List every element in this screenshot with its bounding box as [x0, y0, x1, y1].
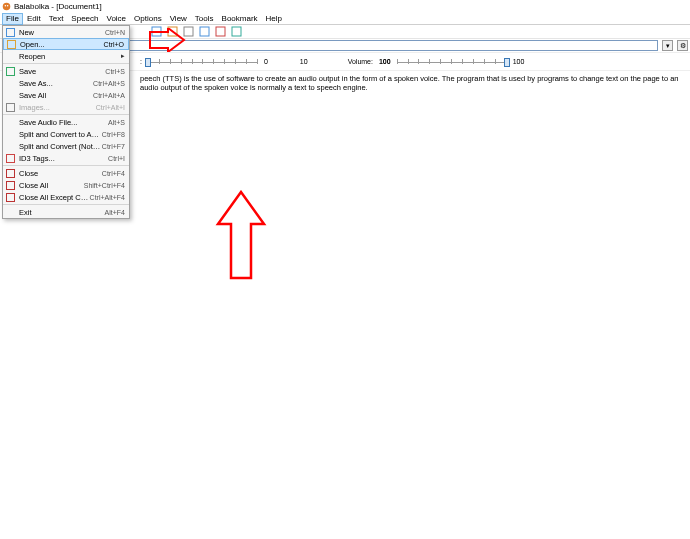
svg-rect-3: [152, 27, 161, 36]
svg-point-1: [5, 5, 7, 7]
file-menu-item-save-all[interactable]: Save AllCtrl+Alt+A: [3, 89, 129, 101]
close-all-icon: [3, 193, 17, 202]
menu-text[interactable]: Text: [45, 13, 68, 25]
annotation-arrow-up: [214, 190, 268, 282]
menu-options[interactable]: Options: [130, 13, 166, 25]
file-menu-item-split-and-convert-to-audio-files[interactable]: Split and Convert to Audio Files...Ctrl+…: [3, 128, 129, 140]
file-menu-item-close-all-except-current[interactable]: Close All Except CurrentCtrl+Alt+F4: [3, 191, 129, 203]
menu-item-shortcut: Alt+S: [108, 119, 129, 126]
menu-item-label: Save All: [17, 91, 93, 100]
close-icon: [3, 169, 17, 178]
slider2-label: Volume:: [348, 58, 373, 65]
voice-dropdown-arrow[interactable]: ▾: [662, 40, 673, 51]
tag-icon: [3, 154, 17, 163]
image-icon: [3, 103, 17, 112]
slider1-min: 0: [264, 58, 268, 65]
save-icon: [3, 67, 17, 76]
file-menu-item-close[interactable]: CloseCtrl+F4: [3, 167, 129, 179]
menu-item-shortcut: Ctrl+Alt+A: [93, 92, 129, 99]
file-menu-item-split-and-convert-not-show-window[interactable]: Split and Convert (Not Show Window)Ctrl+…: [3, 140, 129, 152]
slider2-value: 100: [379, 58, 391, 65]
svg-rect-4: [168, 27, 177, 36]
file-menu-item-id3-tags[interactable]: ID3 Tags...Ctrl+I: [3, 152, 129, 164]
menu-voice[interactable]: Voice: [103, 13, 131, 25]
close-all-icon: [3, 181, 17, 190]
new-icon: [3, 28, 17, 37]
menu-bookmark[interactable]: Bookmark: [218, 13, 262, 25]
file-menu-item-save-audio-file[interactable]: Save Audio File...Alt+S: [3, 116, 129, 128]
svg-rect-7: [216, 27, 225, 36]
file-menu-item-new[interactable]: NewCtrl+N: [3, 26, 129, 38]
menu-item-shortcut: Ctrl+F4: [102, 170, 129, 177]
doc-icon[interactable]: [150, 26, 162, 38]
svg-rect-14: [6, 169, 14, 177]
menu-separator: [3, 63, 129, 64]
menu-item-shortcut: Ctrl+Alt+F4: [90, 194, 129, 201]
file-menu-dropdown: NewCtrl+NOpen...Ctrl+OReopen▸SaveCtrl+SS…: [2, 25, 130, 219]
menu-speech[interactable]: Speech: [67, 13, 102, 25]
menu-item-label: Close All: [17, 181, 84, 190]
svg-rect-16: [6, 193, 14, 201]
svg-rect-5: [184, 27, 193, 36]
menu-item-label: Exit: [17, 208, 105, 217]
submenu-arrow-icon: ▸: [121, 52, 129, 60]
file-menu-item-exit[interactable]: ExitAlt+F4: [3, 206, 129, 218]
menu-item-shortcut: Shift+Ctrl+F4: [84, 182, 129, 189]
menu-item-label: Close: [17, 169, 102, 178]
svg-rect-9: [6, 28, 14, 36]
menu-item-label: Close All Except Current: [17, 193, 90, 202]
menu-item-shortcut: Ctrl+I: [108, 155, 129, 162]
menu-item-label: Save Audio File...: [17, 118, 108, 127]
svg-rect-6: [200, 27, 209, 36]
tag-icon[interactable]: [214, 26, 226, 38]
svg-rect-15: [6, 181, 14, 189]
svg-rect-13: [6, 154, 14, 162]
menu-view[interactable]: View: [166, 13, 191, 25]
file-menu-item-reopen[interactable]: Reopen▸: [3, 50, 129, 62]
menu-item-label: ID3 Tags...: [17, 154, 108, 163]
menu-item-label: Save: [17, 67, 105, 76]
menu-help[interactable]: Help: [262, 13, 286, 25]
menu-file[interactable]: File: [2, 13, 23, 25]
slider1[interactable]: [148, 56, 258, 68]
menu-item-shortcut: Ctrl+F8: [102, 131, 129, 138]
menu-item-label: Save As...: [17, 79, 93, 88]
question-icon[interactable]: [230, 26, 242, 38]
svg-rect-10: [7, 40, 15, 48]
menu-item-label: Reopen: [17, 52, 121, 61]
file-menu-item-save[interactable]: SaveCtrl+S: [3, 65, 129, 77]
window-title: Balabolka - [Document1]: [14, 2, 102, 11]
svg-point-0: [3, 3, 11, 11]
file-menu-item-close-all[interactable]: Close AllShift+Ctrl+F4: [3, 179, 129, 191]
menu-item-label: Images...: [17, 103, 96, 112]
menu-item-shortcut: Ctrl+S: [105, 68, 129, 75]
book-icon[interactable]: [166, 26, 178, 38]
app-icon: [2, 2, 11, 11]
slider2-max: 100: [513, 58, 525, 65]
svg-rect-12: [6, 103, 14, 111]
svg-rect-8: [232, 27, 241, 36]
menu-item-label: Split and Convert to Audio Files...: [17, 130, 102, 139]
menu-edit[interactable]: Edit: [23, 13, 45, 25]
menu-item-shortcut: Ctrl+F7: [102, 143, 129, 150]
svg-rect-11: [6, 67, 14, 75]
menu-separator: [3, 204, 129, 205]
menu-item-label: Open...: [18, 40, 104, 49]
split-icon[interactable]: [182, 26, 194, 38]
file-menu-item-open[interactable]: Open...Ctrl+O: [3, 38, 129, 50]
app-window: Balabolka - [Document1] FileEditTextSpee…: [0, 0, 690, 539]
file-menu-item-save-as[interactable]: Save As...Ctrl+Alt+S: [3, 77, 129, 89]
menu-item-shortcut: Alt+F4: [105, 209, 129, 216]
menu-item-shortcut: Ctrl+Alt+I: [96, 104, 129, 111]
menu-tools[interactable]: Tools: [191, 13, 218, 25]
slider1-max: 10: [300, 58, 308, 65]
menu-item-shortcut: Ctrl+N: [105, 29, 129, 36]
file-menu-item-images: Images...Ctrl+Alt+I: [3, 101, 129, 113]
slider2[interactable]: [397, 56, 507, 68]
menu-item-shortcut: Ctrl+O: [104, 41, 128, 48]
sheet-icon[interactable]: [198, 26, 210, 38]
voice-settings-button[interactable]: ⚙: [677, 40, 688, 51]
slider1-label: :: [140, 58, 142, 65]
titlebar: Balabolka - [Document1]: [0, 0, 690, 13]
open-icon: [4, 40, 18, 49]
